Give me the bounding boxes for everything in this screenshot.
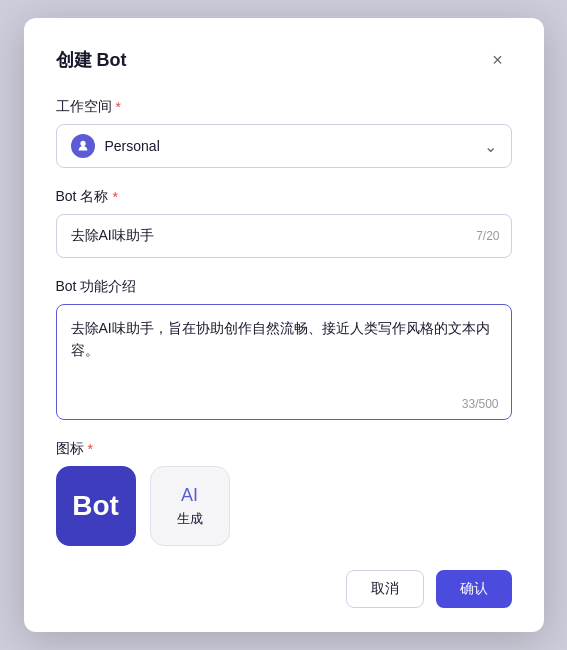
dialog-title: 创建 Bot <box>56 48 127 72</box>
workspace-label: 工作空间* <box>56 98 512 116</box>
bot-description-label: Bot 功能介绍 <box>56 278 512 296</box>
bot-description-textarea-wrapper: 去除AI味助手，旨在协助创作自然流畅、接近人类写作风格的文本内容。 33/500 <box>56 304 512 420</box>
create-bot-dialog: 创建 Bot × 工作空间* Personal ⌄ Bot 名称* 7 <box>24 18 544 632</box>
workspace-select[interactable]: Personal ⌄ <box>56 124 512 168</box>
workspace-value: Personal <box>105 138 484 154</box>
icon-label: 图标* <box>56 440 512 458</box>
icon-options: Bot AI 生成 <box>56 466 512 546</box>
generate-label: 生成 <box>177 510 203 528</box>
bot-name-char-count: 7/20 <box>476 229 499 243</box>
bot-icon-selected[interactable]: Bot <box>56 466 136 546</box>
generate-icon-button[interactable]: AI 生成 <box>150 466 230 546</box>
dialog-header: 创建 Bot × <box>56 46 512 74</box>
workspace-group: 工作空间* Personal ⌄ <box>56 98 512 168</box>
close-button[interactable]: × <box>484 46 512 74</box>
person-icon <box>76 139 90 153</box>
bot-description-char-count: 33/500 <box>462 397 499 411</box>
icon-section: 图标* Bot AI 生成 <box>56 440 512 546</box>
cancel-button[interactable]: 取消 <box>346 570 424 608</box>
bot-name-label: Bot 名称* <box>56 188 512 206</box>
bot-description-textarea[interactable]: 去除AI味助手，旨在协助创作自然流畅、接近人类写作风格的文本内容。 <box>57 305 511 415</box>
dialog-overlay: 创建 Bot × 工作空间* Personal ⌄ Bot 名称* 7 <box>0 0 567 650</box>
ai-generate-icon: AI <box>181 485 198 506</box>
bot-name-group: Bot 名称* 7/20 <box>56 188 512 258</box>
confirm-button[interactable]: 确认 <box>436 570 512 608</box>
bot-description-group: Bot 功能介绍 去除AI味助手，旨在协助创作自然流畅、接近人类写作风格的文本内… <box>56 278 512 420</box>
bot-name-input-wrapper: 7/20 <box>56 214 512 258</box>
workspace-icon <box>71 134 95 158</box>
chevron-down-icon: ⌄ <box>484 137 497 156</box>
dialog-footer: 取消 确认 <box>56 570 512 608</box>
bot-name-input[interactable] <box>56 214 512 258</box>
